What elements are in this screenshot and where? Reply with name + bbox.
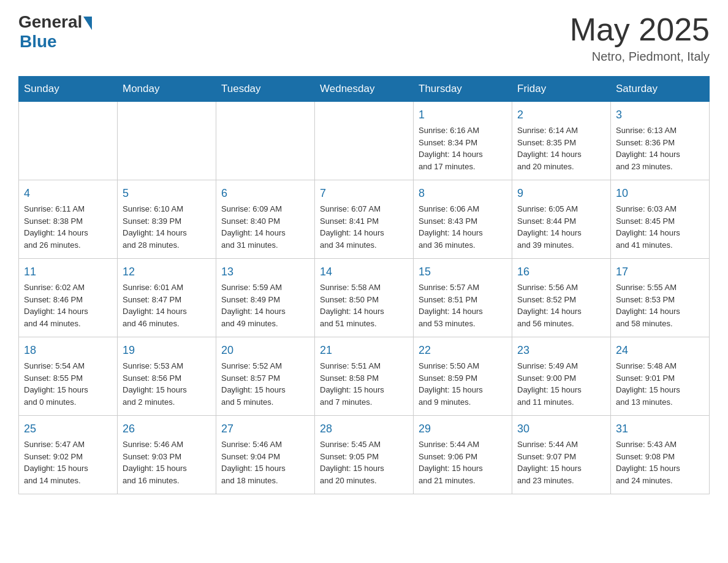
day-number: 21 — [320, 342, 408, 359]
calendar-cell: 17Sunrise: 5:55 AM Sunset: 8:53 PM Dayli… — [611, 259, 710, 337]
calendar-body: 1Sunrise: 6:16 AM Sunset: 8:34 PM Daylig… — [19, 102, 710, 494]
day-number: 2 — [517, 107, 605, 123]
sun-info: Sunrise: 5:46 AM Sunset: 9:04 PM Dayligh… — [221, 439, 309, 486]
sun-info: Sunrise: 6:02 AM Sunset: 8:46 PM Dayligh… — [24, 282, 112, 329]
calendar-cell: 14Sunrise: 5:58 AM Sunset: 8:50 PM Dayli… — [315, 259, 414, 337]
sun-info: Sunrise: 6:05 AM Sunset: 8:44 PM Dayligh… — [517, 203, 605, 251]
calendar-week-4: 18Sunrise: 5:54 AM Sunset: 8:55 PM Dayli… — [19, 337, 710, 416]
sun-info: Sunrise: 5:57 AM Sunset: 8:51 PM Dayligh… — [419, 282, 507, 329]
calendar-cell: 10Sunrise: 6:03 AM Sunset: 8:45 PM Dayli… — [611, 180, 710, 259]
calendar-cell: 1Sunrise: 6:16 AM Sunset: 8:34 PM Daylig… — [414, 102, 512, 180]
header-tuesday: Tuesday — [216, 77, 315, 102]
calendar-cell: 23Sunrise: 5:49 AM Sunset: 9:00 PM Dayli… — [512, 337, 611, 416]
sun-info: Sunrise: 5:49 AM Sunset: 9:00 PM Dayligh… — [517, 360, 605, 408]
calendar-cell: 6Sunrise: 6:09 AM Sunset: 8:40 PM Daylig… — [216, 180, 315, 259]
day-number: 9 — [517, 185, 605, 202]
calendar-cell — [118, 102, 216, 180]
sun-info: Sunrise: 6:03 AM Sunset: 8:45 PM Dayligh… — [616, 203, 704, 251]
sun-info: Sunrise: 5:46 AM Sunset: 9:03 PM Dayligh… — [123, 439, 211, 486]
calendar-week-5: 25Sunrise: 5:47 AM Sunset: 9:02 PM Dayli… — [19, 416, 710, 494]
sun-info: Sunrise: 5:54 AM Sunset: 8:55 PM Dayligh… — [24, 360, 112, 408]
sun-info: Sunrise: 6:09 AM Sunset: 8:40 PM Dayligh… — [221, 203, 309, 251]
day-number: 25 — [24, 421, 112, 437]
calendar-cell: 11Sunrise: 6:02 AM Sunset: 8:46 PM Dayli… — [19, 259, 118, 337]
day-number: 22 — [419, 342, 507, 359]
calendar-cell: 19Sunrise: 5:53 AM Sunset: 8:56 PM Dayli… — [118, 337, 216, 416]
day-number: 16 — [517, 264, 605, 280]
calendar-cell: 28Sunrise: 5:45 AM Sunset: 9:05 PM Dayli… — [315, 416, 414, 494]
calendar-cell: 31Sunrise: 5:43 AM Sunset: 9:08 PM Dayli… — [611, 416, 710, 494]
header-wednesday: Wednesday — [315, 77, 414, 102]
sun-info: Sunrise: 5:48 AM Sunset: 9:01 PM Dayligh… — [616, 360, 704, 408]
sun-info: Sunrise: 5:55 AM Sunset: 8:53 PM Dayligh… — [616, 282, 704, 329]
calendar-cell: 9Sunrise: 6:05 AM Sunset: 8:44 PM Daylig… — [512, 180, 611, 259]
sun-info: Sunrise: 5:47 AM Sunset: 9:02 PM Dayligh… — [24, 439, 112, 486]
day-number: 31 — [616, 421, 704, 437]
calendar-cell: 18Sunrise: 5:54 AM Sunset: 8:55 PM Dayli… — [19, 337, 118, 416]
day-number: 26 — [123, 421, 211, 437]
logo-general-text: General — [18, 12, 82, 32]
day-number: 11 — [24, 264, 112, 280]
day-number: 29 — [419, 421, 507, 437]
day-number: 13 — [221, 264, 309, 280]
sun-info: Sunrise: 6:16 AM Sunset: 8:34 PM Dayligh… — [419, 124, 507, 172]
day-number: 15 — [419, 264, 507, 280]
day-number: 30 — [517, 421, 605, 437]
header-saturday: Saturday — [611, 77, 710, 102]
sun-info: Sunrise: 5:45 AM Sunset: 9:05 PM Dayligh… — [320, 439, 408, 486]
calendar-cell — [19, 102, 118, 180]
calendar-header: SundayMondayTuesdayWednesdayThursdayFrid… — [19, 77, 710, 102]
sun-info: Sunrise: 5:56 AM Sunset: 8:52 PM Dayligh… — [517, 282, 605, 329]
sun-info: Sunrise: 5:53 AM Sunset: 8:56 PM Dayligh… — [123, 360, 211, 408]
sun-info: Sunrise: 5:44 AM Sunset: 9:07 PM Dayligh… — [517, 439, 605, 486]
calendar-cell: 7Sunrise: 6:07 AM Sunset: 8:41 PM Daylig… — [315, 180, 414, 259]
header-friday: Friday — [512, 77, 611, 102]
sun-info: Sunrise: 5:44 AM Sunset: 9:06 PM Dayligh… — [419, 439, 507, 486]
sun-info: Sunrise: 5:59 AM Sunset: 8:49 PM Dayligh… — [221, 282, 309, 329]
calendar-cell: 13Sunrise: 5:59 AM Sunset: 8:49 PM Dayli… — [216, 259, 315, 337]
day-number: 18 — [24, 342, 112, 359]
calendar-cell: 26Sunrise: 5:46 AM Sunset: 9:03 PM Dayli… — [118, 416, 216, 494]
day-number: 27 — [221, 421, 309, 437]
calendar-cell: 20Sunrise: 5:52 AM Sunset: 8:57 PM Dayli… — [216, 337, 315, 416]
day-number: 23 — [517, 342, 605, 359]
sun-info: Sunrise: 6:13 AM Sunset: 8:36 PM Dayligh… — [616, 124, 704, 172]
logo-blue-text: Blue — [20, 32, 57, 52]
day-number: 24 — [616, 342, 704, 359]
day-number: 10 — [616, 185, 704, 202]
sun-info: Sunrise: 6:01 AM Sunset: 8:47 PM Dayligh… — [123, 282, 211, 329]
calendar-cell: 15Sunrise: 5:57 AM Sunset: 8:51 PM Dayli… — [414, 259, 512, 337]
calendar-cell: 5Sunrise: 6:10 AM Sunset: 8:39 PM Daylig… — [118, 180, 216, 259]
sun-info: Sunrise: 5:52 AM Sunset: 8:57 PM Dayligh… — [221, 360, 309, 408]
calendar-week-2: 4Sunrise: 6:11 AM Sunset: 8:38 PM Daylig… — [19, 180, 710, 259]
calendar-cell: 21Sunrise: 5:51 AM Sunset: 8:58 PM Dayli… — [315, 337, 414, 416]
calendar-cell: 22Sunrise: 5:50 AM Sunset: 8:59 PM Dayli… — [414, 337, 512, 416]
day-number: 8 — [419, 185, 507, 202]
day-number: 17 — [616, 264, 704, 280]
header-sunday: Sunday — [19, 77, 118, 102]
sun-info: Sunrise: 5:50 AM Sunset: 8:59 PM Dayligh… — [419, 360, 507, 408]
title-section: May 2025 Netro, Piedmont, Italy — [570, 12, 710, 64]
day-number: 19 — [123, 342, 211, 359]
header-row: SundayMondayTuesdayWednesdayThursdayFrid… — [19, 77, 710, 102]
header-thursday: Thursday — [414, 77, 512, 102]
calendar-week-3: 11Sunrise: 6:02 AM Sunset: 8:46 PM Dayli… — [19, 259, 710, 337]
page-header: General Blue May 2025 Netro, Piedmont, I… — [18, 12, 710, 64]
logo-triangle-icon — [83, 17, 92, 30]
calendar-cell: 3Sunrise: 6:13 AM Sunset: 8:36 PM Daylig… — [611, 102, 710, 180]
day-number: 28 — [320, 421, 408, 437]
calendar-cell — [216, 102, 315, 180]
calendar-table: SundayMondayTuesdayWednesdayThursdayFrid… — [18, 76, 710, 494]
calendar-cell: 30Sunrise: 5:44 AM Sunset: 9:07 PM Dayli… — [512, 416, 611, 494]
calendar-cell: 25Sunrise: 5:47 AM Sunset: 9:02 PM Dayli… — [19, 416, 118, 494]
header-monday: Monday — [118, 77, 216, 102]
calendar-cell — [315, 102, 414, 180]
calendar-cell: 29Sunrise: 5:44 AM Sunset: 9:06 PM Dayli… — [414, 416, 512, 494]
calendar-cell: 16Sunrise: 5:56 AM Sunset: 8:52 PM Dayli… — [512, 259, 611, 337]
calendar-cell: 4Sunrise: 6:11 AM Sunset: 8:38 PM Daylig… — [19, 180, 118, 259]
sun-info: Sunrise: 6:14 AM Sunset: 8:35 PM Dayligh… — [517, 124, 605, 172]
calendar-cell: 24Sunrise: 5:48 AM Sunset: 9:01 PM Dayli… — [611, 337, 710, 416]
calendar-week-1: 1Sunrise: 6:16 AM Sunset: 8:34 PM Daylig… — [19, 102, 710, 180]
day-number: 14 — [320, 264, 408, 280]
sun-info: Sunrise: 6:07 AM Sunset: 8:41 PM Dayligh… — [320, 203, 408, 251]
